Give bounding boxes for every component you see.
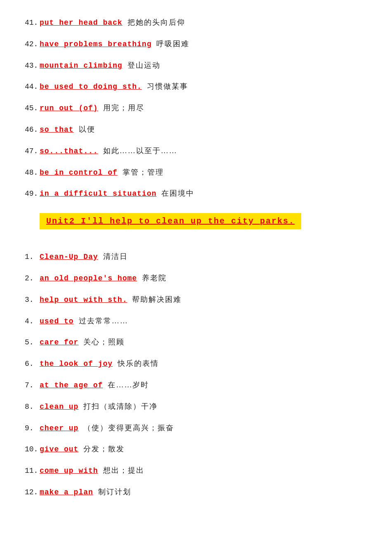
item-number: 45.	[25, 102, 40, 114]
list-item: 47. so...that... 如此……以至于……	[25, 145, 367, 157]
list-item: 46. so that 以便	[25, 123, 367, 136]
item-meaning: 快乐的表情	[118, 358, 159, 370]
list-item: 8. clean up 打扫（或清除）干净	[25, 401, 367, 413]
item-meaning: 在困境中	[161, 187, 194, 199]
list-item: 4. used to 过去常常……	[25, 315, 367, 327]
item-number: 46.	[25, 124, 40, 136]
item-phrase: clean up	[40, 401, 78, 413]
item-number: 4.	[25, 315, 40, 327]
list-item: 1. Clean-Up Day 清洁日	[25, 251, 367, 263]
part1-list: 41. put her head back 把她的头向后仰 42. have p…	[25, 17, 367, 200]
item-number: 8.	[25, 401, 40, 413]
item-meaning: 过去常常……	[79, 315, 128, 327]
item-meaning: 关心；照顾	[83, 336, 125, 348]
item-phrase: at the age of	[40, 379, 103, 391]
item-meaning: 在……岁时	[108, 379, 149, 391]
item-number: 9.	[25, 422, 40, 434]
item-phrase: be in control of	[40, 167, 118, 179]
item-number: 12.	[25, 486, 40, 498]
item-meaning: 养老院	[142, 272, 167, 284]
item-meaning: 分发；散发	[83, 443, 125, 455]
item-meaning: 以便	[79, 123, 95, 135]
item-meaning: 制订计划	[98, 486, 131, 498]
item-number: 47.	[25, 145, 40, 157]
item-number: 6.	[25, 358, 40, 370]
item-meaning: 清洁日	[103, 251, 128, 263]
item-phrase: cheer up	[40, 422, 78, 434]
item-number: 42.	[25, 38, 40, 50]
item-meaning: 把她的头向后仰	[128, 17, 185, 28]
list-item: 43. mountain climbing 登山运动	[25, 59, 367, 72]
item-phrase: the look of joy	[40, 358, 113, 370]
list-item: 6. the look of joy 快乐的表情	[25, 358, 367, 370]
item-phrase: come up with	[40, 465, 98, 477]
item-phrase: in a difficult situation	[40, 188, 156, 200]
item-phrase: help out with sth.	[40, 294, 127, 306]
item-number: 1.	[25, 251, 40, 263]
list-item: 12. make a plan 制订计划	[25, 486, 367, 498]
item-phrase: Clean-Up Day	[40, 251, 98, 263]
item-meaning: 登山运动	[128, 59, 161, 71]
item-phrase: so...that...	[40, 145, 98, 157]
item-number: 10.	[25, 444, 40, 455]
item-number: 48.	[25, 167, 40, 179]
item-number: 7.	[25, 379, 40, 391]
item-meaning: 想出；提出	[103, 465, 144, 477]
item-number: 41.	[25, 17, 40, 29]
list-item: 48. be in control of 掌管；管理	[25, 166, 367, 179]
list-item: 7. at the age of 在……岁时	[25, 379, 367, 391]
list-item: 11. come up with 想出；提出	[25, 465, 367, 477]
list-item: 3. help out with sth. 帮助解决困难	[25, 294, 367, 306]
list-item: 2. an old people's home 养老院	[25, 272, 367, 285]
list-item: 9. cheer up （使）变得更高兴；振奋	[25, 422, 367, 434]
item-meaning: 掌管；管理	[123, 166, 164, 178]
list-item: 44. be used to doing sth. 习惯做某事	[25, 81, 367, 93]
item-number: 3.	[25, 294, 40, 306]
item-meaning: 打扫（或清除）干净	[83, 401, 158, 413]
item-phrase: mountain climbing	[40, 60, 123, 72]
unit2-banner: Unit2 I'll help to clean up the city par…	[40, 213, 301, 229]
item-phrase: give out	[40, 444, 78, 455]
item-phrase: make a plan	[40, 486, 93, 498]
item-phrase: be used to doing sth.	[40, 81, 142, 93]
item-number: 2.	[25, 273, 40, 285]
list-item: 45. run out (of) 用完；用尽	[25, 102, 367, 114]
list-item: 41. put her head back 把她的头向后仰	[25, 17, 367, 29]
item-meaning: 如此……以至于……	[103, 145, 177, 157]
item-number: 43.	[25, 60, 40, 72]
item-phrase: so that	[40, 124, 74, 136]
item-phrase: put her head back	[40, 17, 123, 29]
item-phrase: run out (of)	[40, 102, 98, 114]
item-number: 5.	[25, 337, 40, 349]
item-phrase: have problems breathing	[40, 38, 151, 50]
item-number: 11.	[25, 465, 40, 477]
item-meaning: 帮助解决困难	[132, 294, 182, 306]
list-item: 49. in a difficult situation 在困境中	[25, 187, 367, 200]
item-phrase: used to	[40, 315, 74, 327]
list-item: 42. have problems breathing 呼吸困难	[25, 38, 367, 50]
list-item: 5. care for 关心；照顾	[25, 336, 367, 349]
item-phrase: an old people's home	[40, 273, 137, 285]
item-meaning: 用完；用尽	[103, 102, 144, 114]
banner-container: Unit2 I'll help to clean up the city par…	[40, 209, 367, 240]
item-phrase: care for	[40, 337, 78, 349]
item-meaning: 习惯做某事	[147, 81, 188, 92]
item-number: 44.	[25, 81, 40, 93]
list-item: 10. give out 分发；散发	[25, 443, 367, 455]
item-meaning: 呼吸困难	[156, 38, 189, 50]
item-number: 49.	[25, 188, 40, 200]
part2-list: 1. Clean-Up Day 清洁日 2. an old people's h…	[25, 251, 367, 498]
item-meaning: （使）变得更高兴；振奋	[83, 422, 174, 434]
